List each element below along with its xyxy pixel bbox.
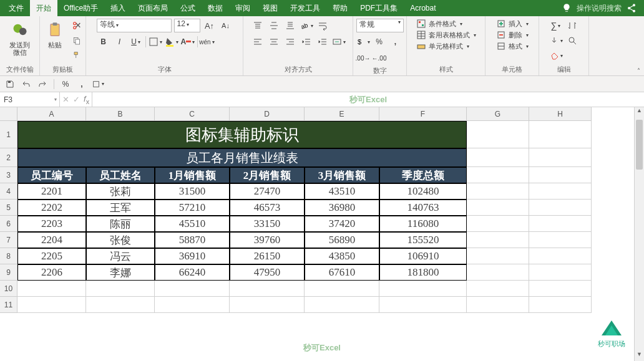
scroll-thumb[interactable] [636,120,643,170]
data-r4-c3[interactable]: 39760 [230,232,305,248]
data-r5-c0[interactable]: 2205 [17,248,86,264]
clear-button[interactable]: ▾ [549,49,563,62]
name-box[interactable]: F3 ▾ [0,92,60,107]
data-r3-c5[interactable]: 116080 [379,216,467,232]
percent-button[interactable]: % [373,35,386,49]
row-header-3[interactable]: 3 [0,167,17,183]
align-right-icon[interactable] [283,35,297,49]
grid[interactable]: ABCDEFGH1图标集辅助标识2员工各月销售业绩表3员工编号员工姓名1月销售额… [0,107,644,313]
cell-G6[interactable] [467,216,529,232]
cell-G8[interactable] [467,248,529,264]
delete-cells-button[interactable]: 删除▾ [496,30,529,40]
row-header-8[interactable]: 8 [0,248,17,264]
qat-comma-icon[interactable]: , [76,78,88,90]
collapse-ribbon-icon[interactable]: ˄ [637,67,640,74]
data-r1-c1[interactable]: 张莉 [86,183,155,200]
cell-H5[interactable] [529,200,592,216]
data-r1-c3[interactable]: 27470 [230,183,305,200]
menu-tab-4[interactable]: 页面布局 [132,0,174,16]
data-r2-c1[interactable]: 王军 [86,200,155,216]
data-r4-c5[interactable]: 155520 [379,232,467,248]
cell-G11[interactable] [467,297,529,313]
border-button[interactable]: ▾ [149,35,162,49]
sort-filter-button[interactable] [565,19,579,32]
data-r3-c2[interactable]: 45510 [155,216,230,232]
cell-G7[interactable] [467,232,529,248]
share-icon[interactable] [627,3,637,13]
underline-button[interactable]: U▾ [129,35,143,49]
row-header-4[interactable]: 4 [0,183,17,200]
cell-H6[interactable] [529,216,592,232]
cell-E10[interactable] [305,281,379,297]
data-r2-c5[interactable]: 140763 [379,200,467,216]
cell-H2[interactable] [529,148,592,167]
decrease-decimal-button[interactable]: ←.00 [373,51,386,65]
menu-tab-2[interactable]: Office助手 [57,0,104,16]
data-r6-c3[interactable]: 47950 [230,264,305,281]
header-0[interactable]: 员工编号 [17,167,86,183]
cell-G1[interactable] [467,121,529,148]
data-r3-c0[interactable]: 2203 [17,216,86,232]
cell-H7[interactable] [529,232,592,248]
save-icon[interactable] [4,78,16,90]
row-header-7[interactable]: 7 [0,232,17,248]
redo-icon[interactable] [36,78,49,90]
qat-percent-icon[interactable]: % [59,78,72,90]
title-cell[interactable]: 图标集辅助标识 [17,121,467,148]
row-header-9[interactable]: 9 [0,264,17,281]
send-to-wechat-button[interactable]: 发送到微信 [4,19,36,57]
increase-font-icon[interactable]: A↑ [203,19,217,32]
data-r6-c0[interactable]: 2206 [17,264,86,281]
data-r6-c4[interactable]: 67610 [305,264,379,281]
data-r1-c4[interactable]: 43510 [305,183,379,200]
italic-button[interactable]: I [113,35,127,49]
row-header-10[interactable]: 10 [0,281,17,297]
paste-button[interactable]: 粘贴 [42,19,67,50]
row-header-2[interactable]: 2 [0,148,17,167]
menu-tab-12[interactable]: Acrobat [404,0,442,16]
cell-A10[interactable] [17,281,86,297]
col-header-C[interactable]: C [155,107,230,121]
row-header-5[interactable]: 5 [0,200,17,216]
data-r1-c5[interactable]: 102480 [379,183,467,200]
phonetic-button[interactable]: wén▾ [200,35,214,49]
fill-color-button[interactable]: ▾ [165,35,178,49]
cell-B10[interactable] [86,281,155,297]
data-r6-c2[interactable]: 66240 [155,264,230,281]
tell-me-search[interactable]: 操作说明搜索 [577,3,622,14]
cell-E11[interactable] [305,297,379,313]
bold-button[interactable]: B [97,35,110,49]
cell-H8[interactable] [529,248,592,264]
subtitle-cell[interactable]: 员工各月销售业绩表 [17,148,467,167]
increase-indent-icon[interactable] [316,35,329,49]
cell-G4[interactable] [467,183,529,200]
col-header-E[interactable]: E [305,107,379,121]
col-header-A[interactable]: A [17,107,86,121]
row-header-11[interactable]: 11 [0,297,17,313]
wrap-text-button[interactable] [316,19,329,32]
fill-button[interactable]: ▾ [549,34,563,47]
cell-C11[interactable] [155,297,230,313]
col-header-H[interactable]: H [529,107,592,121]
conditional-format-button[interactable]: 条件格式▾ [416,19,462,29]
format-as-table-button[interactable]: 套用表格格式▾ [416,30,476,40]
font-color-button[interactable]: A▾ [181,35,195,49]
comma-button[interactable]: , [389,35,402,49]
menu-tab-0[interactable]: 文件 [2,0,30,16]
menu-tab-6[interactable]: 数据 [202,0,229,16]
font-size-select[interactable]: 12▾ [174,19,200,32]
header-2[interactable]: 1月销售额 [155,167,230,183]
copy-button[interactable] [70,34,84,47]
data-r2-c4[interactable]: 36980 [305,200,379,216]
data-r4-c0[interactable]: 2204 [17,232,86,248]
number-format-select[interactable]: 常规▾ [356,19,404,32]
orientation-button[interactable]: ab▾ [300,19,313,32]
cell-styles-button[interactable]: 单元格样式▾ [416,41,469,51]
align-center-icon[interactable] [267,35,281,49]
scroll-up-icon[interactable]: ▲ [635,107,644,117]
menu-tab-3[interactable]: 插入 [104,0,132,16]
qat-border-icon[interactable]: ▾ [92,78,104,90]
cancel-formula-icon[interactable]: ✕ [62,95,69,104]
fx-icon[interactable]: fx [84,94,89,105]
cell-G9[interactable] [467,264,529,281]
